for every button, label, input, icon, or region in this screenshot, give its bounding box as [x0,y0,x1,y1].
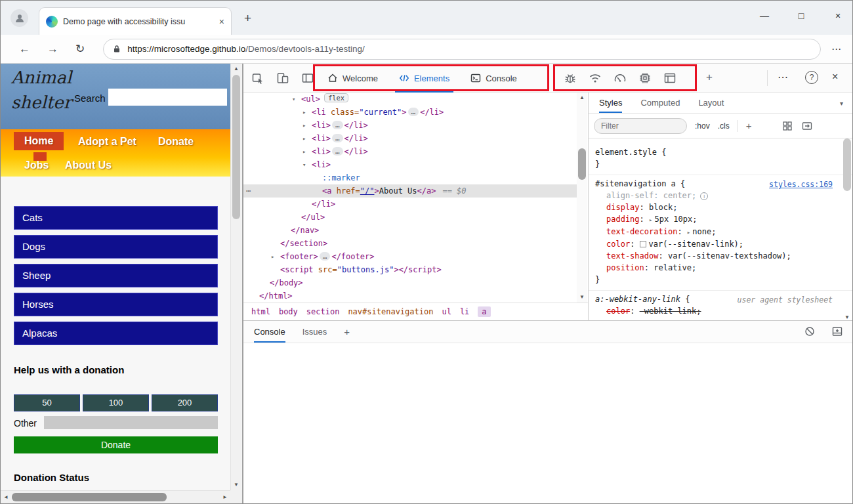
clear-console-icon[interactable] [804,326,816,339]
page-vertical-scrollbar[interactable]: ▲ ▼ [230,64,241,490]
collapse-arrow-icon[interactable]: ▾ [292,93,295,106]
close-window-button[interactable]: × [833,10,843,21]
scroll-right-icon[interactable]: ► [220,492,230,503]
crumb-sitenavigation[interactable]: nav#sitenavigation [348,307,433,316]
tab-layout[interactable]: Layout [698,93,724,113]
device-emulation-icon[interactable] [275,70,291,86]
donate-button[interactable]: Donate [14,436,218,453]
other-amount-input[interactable] [44,416,218,429]
css-property[interactable]: padding: ▸5px 10px; [595,213,846,226]
amount-button-100[interactable]: 100 [83,394,149,411]
network-wifi-icon[interactable] [588,71,602,85]
url-field[interactable]: https://microsoftedge.github.io/Demos/de… [103,39,821,60]
scroll-up-icon[interactable]: ▲ [577,93,587,103]
rule-selector[interactable]: a:-webkit-any-link [595,295,680,304]
stylesheet-link[interactable]: styles.css:169 [769,178,833,190]
close-devtools-button[interactable]: × [832,71,838,83]
styles-scroll-thumb[interactable] [843,138,851,191]
animal-button-dogs[interactable]: Dogs [14,235,218,259]
expand-arrow-icon[interactable]: ▸ [302,145,306,158]
nav-link-about[interactable]: About Us [65,159,112,171]
vertical-scroll-thumb[interactable] [232,75,240,219]
tab-console[interactable]: Console [460,64,528,93]
dom-tree-row[interactable]: ▾<ul>flex [243,93,577,106]
dom-tree-row[interactable]: </li> [243,198,577,211]
scroll-down-icon[interactable]: ▼ [843,314,852,320]
info-icon[interactable]: i [700,192,708,200]
color-swatch[interactable] [640,241,646,247]
console-content[interactable] [243,343,853,504]
css-property[interactable]: text-decoration: ▸none; [595,226,846,238]
expand-arrow-icon[interactable]: ▸ [271,250,274,263]
toggle-panel-icon[interactable] [300,70,316,86]
inline-expand-button[interactable]: … [332,147,343,156]
browser-tab[interactable]: Demo page with accessibility issu × [39,7,232,35]
amount-button-200[interactable]: 200 [152,394,218,411]
forward-button[interactable]: → [47,43,58,56]
nav-link-home[interactable]: Home [14,132,64,150]
drawer-tab-console[interactable]: Console [254,321,285,343]
help-icon[interactable]: ? [805,71,818,84]
nav-link-adopt[interactable]: Adopt a Pet [78,136,136,148]
css-property[interactable]: color: var(--sitenav-link); [595,238,846,250]
css-property[interactable]: align-self: center;i [595,190,846,201]
inline-expand-button[interactable]: … [332,121,343,129]
dom-tree-row[interactable]: </ul> [243,211,577,224]
animal-button-alpacas[interactable]: Alpacas [14,322,218,345]
toggle-class-button[interactable]: .cls [718,121,730,131]
dom-tree-row[interactable]: ▸<li>…</li> [243,119,577,132]
dom-tree-row[interactable]: ⋯<a href="/">About Us</a>== $0 [243,184,577,198]
debugger-bug-icon[interactable] [563,71,577,85]
inline-expand-button[interactable]: … [320,252,331,261]
dom-tree-row[interactable]: ▸<li class="current">…</li> [243,106,577,119]
expand-arrow-icon[interactable]: ▸ [302,106,306,119]
crumb-html[interactable]: html [251,307,270,316]
customize-devtools-button[interactable]: ⋯ [778,71,789,83]
css-property[interactable]: position: relative; [595,262,846,274]
scroll-down-icon[interactable]: ▼ [231,480,241,490]
expand-value-icon[interactable]: ▸ [687,229,690,236]
scroll-up-icon[interactable]: ▲ [231,64,241,74]
horizontal-scroll-thumb[interactable] [12,493,167,501]
crumb-li[interactable]: li [460,307,469,316]
css-property[interactable]: text-shadow: var(--sitenav-textshadow); [595,250,846,262]
dom-tree-row[interactable]: </body> [243,276,577,289]
performance-gauge-icon[interactable] [613,71,627,85]
chevron-down-icon[interactable]: ▾ [840,100,843,107]
rule-selector[interactable]: element.style [595,148,657,157]
animal-button-cats[interactable]: Cats [14,206,218,230]
tab-computed[interactable]: Computed [640,93,680,113]
scroll-down-icon[interactable]: ▼ [577,292,587,303]
styles-filter-input[interactable] [594,118,687,134]
back-button[interactable]: ← [19,43,30,56]
crumb-ul[interactable]: ul [442,307,451,316]
inline-expand-button[interactable]: … [408,108,419,116]
dom-tree-row[interactable]: ▸<footer>…</footer> [243,250,577,263]
new-tab-button[interactable]: + [244,11,251,26]
crumb-body[interactable]: body [279,307,298,316]
scroll-left-icon[interactable]: ◄ [1,492,11,503]
css-property[interactable]: display: block; [595,201,846,213]
amount-button-50[interactable]: 50 [14,394,80,411]
lock-icon[interactable] [113,45,121,53]
tab-welcome[interactable]: Welcome [317,64,388,93]
dom-tree-row[interactable]: </nav> [243,224,577,237]
add-tools-button[interactable]: + [706,71,713,84]
nav-link-donate[interactable]: Donate [158,136,194,148]
nav-link-jobs[interactable]: Jobs [24,159,49,171]
refresh-button[interactable]: ↻ [75,42,85,56]
toggle-hover-state-button[interactable]: :hov [695,121,710,131]
drawer-tab-issues[interactable]: Issues [302,321,327,343]
memory-chip-icon[interactable] [638,71,652,85]
tab-close-icon[interactable]: × [219,16,224,27]
search-input[interactable] [108,89,227,106]
maximize-button[interactable]: □ [796,10,806,21]
styles-scrollbar[interactable]: ▼ [843,138,852,320]
expand-arrow-icon[interactable]: ▸ [302,119,306,132]
dom-tree-row[interactable]: <script src="buttons.js"></script> [243,263,577,276]
animal-button-sheep[interactable]: Sheep [14,264,218,287]
dom-tree-row[interactable]: ▸<li>…</li> [243,145,577,158]
expand-arrow-icon[interactable]: ▸ [302,132,306,145]
row-menu-icon[interactable]: ⋯ [246,184,250,198]
collapse-arrow-icon[interactable]: ▾ [302,158,306,171]
